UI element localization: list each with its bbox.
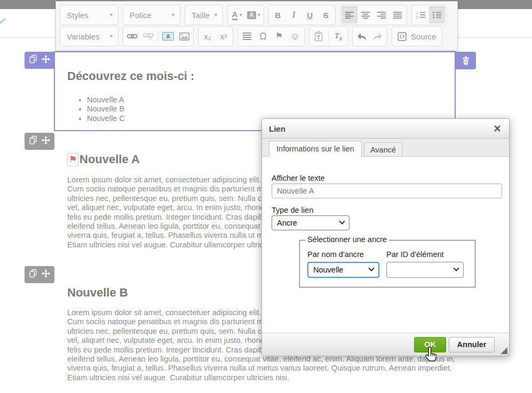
flag-icon: ⚑ [275,32,283,41]
list-item[interactable]: Nouvelle C [87,114,125,123]
anchor-fieldset-legend: Sélectionner une ancre [305,235,389,244]
mouse-cursor [424,346,438,365]
remove-format-icon: Tx [335,31,343,42]
color-button-group: A ▾ A ▾ [227,5,264,25]
copy-block-icon[interactable] [29,54,37,66]
chevron-down-icon: ▾ [215,12,217,18]
chevron-down-icon [453,266,459,271]
move-block-icon[interactable] [41,135,51,147]
insert-group: Ω ⚑ ☺ [237,26,305,46]
link-type-value: Ancre [277,219,297,227]
subscript-button[interactable]: x₂ [200,28,216,45]
block1-handle-tab [25,52,54,69]
font-dropdown[interactable]: Police ▾ [123,5,180,25]
dialog-titlebar[interactable]: Lien [262,119,509,139]
bold-icon: B [275,11,281,19]
unlink-button[interactable] [140,28,156,45]
special-char-button[interactable]: Ω [255,28,271,45]
numbered-list-button[interactable]: 12 [413,6,429,23]
font-dropdown-label: Police [130,11,152,20]
anchor-name-select[interactable]: Nouvelle [307,262,379,278]
size-dropdown[interactable]: Taille ▾ [185,5,223,25]
list-item[interactable]: Nouvelle B [87,105,125,114]
align-left-icon [345,12,354,19]
redo-button[interactable] [370,28,386,45]
bold-button[interactable]: B [270,6,286,23]
superscript-icon: x² [220,33,227,41]
italic-icon: I [292,11,296,19]
anchor-marker[interactable]: ⚑ [67,153,78,166]
styles-dropdown-label: Styles [67,11,89,20]
paste-text-button[interactable]: T [311,28,327,45]
italic-button[interactable]: I [286,6,302,23]
align-left-button[interactable] [342,6,358,23]
undo-button[interactable] [354,28,370,45]
alignment-group [340,5,407,25]
horizontal-rule-icon [243,33,251,40]
underline-button[interactable]: U [302,6,318,23]
anchor-name-label: Par nom d'ancre [307,250,364,259]
delete-block-button[interactable] [456,52,476,69]
chevron-down-icon: ▾ [110,34,113,39]
copy-block-icon[interactable] [29,135,37,147]
newsletter-heading: Découvrez ce mois-ci : [67,69,194,83]
align-center-button[interactable] [358,6,374,23]
strikethrough-icon: S [323,11,329,19]
move-block-icon[interactable] [41,269,51,280]
bullet-list-button[interactable] [429,6,445,23]
rich-text-editor-screen: Styles ▾ Police ▾ Taille ▾ A ▾ A ▾ [0,0,532,393]
display-text-input[interactable] [272,183,502,198]
underline-icon: U [307,11,313,19]
align-right-icon [377,12,386,19]
variables-dropdown-label: Variables [67,32,99,41]
source-button[interactable]: Source [393,28,441,45]
dialog-resize-handle[interactable] [501,347,507,354]
superscript-button[interactable]: x² [216,28,232,45]
source-group: Source [392,26,442,46]
smiley-button[interactable]: ☺ [287,28,303,45]
cancel-button[interactable]: Annuler [449,337,495,352]
smiley-icon: ☺ [290,31,300,41]
link-group: A [123,26,194,46]
align-right-button[interactable] [374,6,390,23]
background-color-button[interactable]: A ▾ [245,6,263,23]
redo-icon [372,33,383,41]
horizontal-rule-button[interactable] [239,28,255,45]
anchor-field-button[interactable]: A [160,28,176,45]
link-dialog: Lien × Informations sur le lien Avancé A… [261,118,510,356]
decorative-mark [0,18,6,25]
image-button[interactable] [176,28,192,45]
styles-dropdown[interactable]: Styles ▾ [60,5,118,25]
link-button[interactable] [124,28,140,45]
anchor-field-icon: A [162,32,174,41]
link-type-select[interactable]: Ancre [272,215,350,230]
align-justify-button[interactable] [390,6,406,23]
source-button-label: Source [411,32,436,41]
toolbar-row-1: Styles ▾ Police ▾ Taille ▾ A ▾ A ▾ [60,4,454,26]
variables-dropdown[interactable]: Variables ▾ [60,26,118,46]
script-group: x₂ x² [198,26,233,46]
subscript-icon: x₂ [204,33,211,41]
bullet-list-icon [432,11,442,19]
list-item[interactable]: Nouvelle A [87,95,125,105]
toolbar-row-2: Variables ▾ A x₂ x² [60,26,454,47]
link-icon [127,33,138,39]
list-group: 12 [411,5,447,25]
move-block-icon[interactable] [41,54,51,66]
text-color-button[interactable]: A ▾ [229,6,245,23]
article-a-heading: Nouvelle A [80,153,140,166]
tab-link-info[interactable]: Informations sur le lien [269,141,362,157]
strikethrough-button[interactable]: S [318,6,334,23]
remove-format-button[interactable]: Tx [330,28,346,45]
clipboard-group: T Tx [309,26,348,46]
anchor-id-select[interactable] [386,262,464,278]
anchor-button[interactable]: ⚑ [271,28,287,45]
dialog-footer: OK Annuler [262,333,509,356]
unlink-icon [143,33,154,40]
tab-advanced[interactable]: Avancé [364,142,402,157]
chevron-down-icon: ▾ [172,12,174,18]
dialog-close-button[interactable]: × [491,122,504,135]
copy-block-icon[interactable] [29,269,37,280]
chevron-down-icon [368,266,374,271]
align-justify-icon [393,12,402,19]
